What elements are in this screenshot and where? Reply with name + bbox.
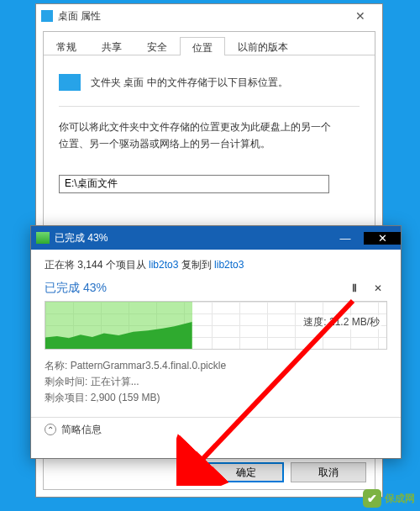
copy-heading: 已完成 43% [45,281,340,296]
speed-label: 速度: 21.2 MB/秒 [302,315,381,329]
copy-details: 名称: PatternGrammar3.5.4.final.0.pickle 剩… [45,358,387,407]
tab-previous-versions[interactable]: 以前的版本 [225,36,301,55]
location-description: 文件夹 桌面 中的文件存储于以下目标位置。 [91,76,288,90]
fewer-details-toggle[interactable]: ⌃ 简略信息 [45,423,387,437]
tab-sharing[interactable]: 共享 [89,36,134,55]
tab-security[interactable]: 安全 [134,36,180,55]
transfer-icon [36,232,50,244]
copy-title: 已完成 43% [55,231,327,245]
properties-titlebar[interactable]: 桌面 属性 ✕ [36,4,382,28]
close-icon[interactable]: ✕ [344,9,377,23]
copy-titlebar[interactable]: 已完成 43% — ✕ [31,226,401,250]
watermark-brand: 保成网 [385,492,415,506]
cancel-icon[interactable]: ✕ [369,279,387,298]
detail-remaining-time: 剩余时间: 正在计算... [45,374,387,390]
divider [31,417,401,418]
tab-body: 文件夹 桌面 中的文件存储于以下目标位置。 你可以将此文件夹中文件存储的位置更改… [44,55,375,207]
tab-location[interactable]: 位置 [180,37,225,55]
tab-general[interactable]: 常规 [44,36,89,55]
copy-dest-link[interactable]: lib2to3 [214,259,244,271]
close-icon[interactable]: ✕ [364,232,401,245]
transfer-graph: 速度: 21.2 MB/秒 [45,301,387,350]
detail-remaining-items: 剩余项目: 2,900 (159 MB) [45,390,387,406]
copy-body: 正在将 3,144 个项目从 lib2to3 复制到 lib2to3 已完成 4… [31,250,401,442]
properties-title: 桌面 属性 [58,9,344,24]
copy-progress-dialog: 已完成 43% — ✕ 正在将 3,144 个项目从 lib2to3 复制到 l… [30,225,402,459]
pause-icon[interactable]: Ⅱ [345,279,364,298]
shield-icon: ✔ [363,489,381,508]
folder-icon [59,74,81,91]
tab-strip: 常规 共享 安全 位置 以前的版本 [44,32,375,55]
location-explain: 你可以将此文件夹中文件存储的位置更改为此硬盘上的另一个 位置、另一个驱动器或网络… [59,119,360,153]
chevron-up-icon: ⌃ [45,424,56,435]
folder-small-icon [41,10,53,22]
minimize-icon[interactable]: — [327,232,364,245]
copy-summary: 正在将 3,144 个项目从 lib2to3 复制到 lib2to3 [45,258,387,272]
divider [59,106,360,107]
watermark: ✔ 保成网 www.sjbaocheng.net [319,479,420,511]
detail-name: 名称: PatternGrammar3.5.4.final.0.pickle [45,358,387,374]
ok-button[interactable]: 确定 [208,462,284,482]
copy-source-link[interactable]: lib2to3 [149,259,178,271]
path-input[interactable] [59,175,329,193]
